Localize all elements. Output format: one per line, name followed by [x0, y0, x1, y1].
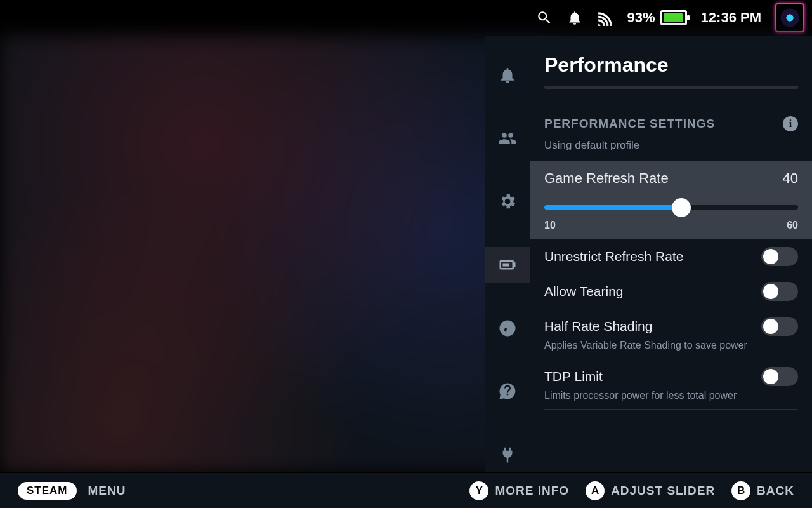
battery-landscape-icon — [498, 255, 517, 274]
button-glyph: A — [586, 481, 605, 500]
slider-min: 10 — [544, 220, 556, 231]
info-icon[interactable]: i — [783, 116, 798, 131]
footer-action[interactable]: AADJUST SLIDER — [586, 481, 715, 500]
nav-friends[interactable] — [485, 121, 530, 156]
divider — [544, 93, 798, 93]
slider-max: 60 — [787, 220, 798, 231]
plug-icon — [498, 445, 517, 464]
battery-status: 93% — [627, 10, 687, 26]
music-icon — [498, 319, 517, 338]
cast-icon — [597, 10, 613, 26]
footer-action-label: BACK — [757, 484, 794, 498]
nav-settings[interactable] — [485, 184, 530, 219]
toggle-switch[interactable] — [761, 317, 798, 336]
help-icon — [498, 382, 517, 401]
cast-status — [597, 10, 613, 26]
toggle-label: TDP Limit — [544, 369, 603, 384]
nav-power[interactable] — [485, 437, 530, 472]
battery-icon — [660, 10, 687, 25]
footer-action-label: ADJUST SLIDER — [611, 484, 715, 498]
refresh-rate-slider[interactable] — [544, 197, 798, 217]
toggle-label: Unrestrict Refresh Rate — [544, 249, 683, 264]
nav-notifications[interactable] — [485, 57, 530, 93]
clock: 12:36 PM — [701, 10, 761, 26]
toggle-row[interactable]: Half Rate Shading Applies Variable Rate … — [544, 309, 798, 359]
footer-action[interactable]: YMORE INFO — [469, 481, 569, 500]
bell-icon — [498, 65, 517, 84]
quick-access-panel: Performance PERFORMANCE SETTINGS i Using… — [485, 36, 812, 472]
footer-action[interactable]: BBACK — [731, 481, 794, 500]
toggle-row[interactable]: Unrestrict Refresh Rate — [544, 239, 798, 274]
footer-bar: STEAM MENU YMORE INFOAADJUST SLIDERBBACK — [0, 472, 812, 508]
search-button[interactable] — [536, 10, 553, 26]
toggle-label: Half Rate Shading — [544, 319, 652, 334]
search-icon — [536, 10, 553, 26]
profile-note: Using default profile — [544, 139, 798, 152]
quick-access-nav — [485, 36, 530, 472]
toggle-switch[interactable] — [761, 247, 798, 266]
toggle-row[interactable]: Allow Tearing — [544, 274, 798, 309]
nav-music[interactable] — [485, 311, 530, 346]
nav-help[interactable] — [485, 374, 530, 410]
toggle-switch[interactable] — [761, 367, 798, 386]
slider-value: 40 — [783, 170, 798, 187]
nav-performance[interactable] — [485, 247, 530, 283]
panel-title: Performance — [544, 53, 798, 77]
footer-action-label: MORE INFO — [495, 484, 569, 498]
friends-icon — [498, 129, 517, 148]
toggle-switch[interactable] — [761, 282, 798, 301]
avatar[interactable] — [775, 3, 804, 32]
status-bar: 93% 12:36 PM — [0, 0, 812, 36]
refresh-rate-setting[interactable]: Game Refresh Rate 40 10 60 — [530, 161, 812, 239]
gear-icon — [498, 192, 517, 211]
button-glyph: B — [731, 481, 750, 500]
section-heading: PERFORMANCE SETTINGS — [544, 117, 715, 131]
toggle-row[interactable]: TDP Limit Limits processor power for les… — [544, 359, 798, 410]
battery-percent: 93% — [627, 10, 655, 26]
menu-label: MENU — [88, 484, 126, 498]
steam-button[interactable]: STEAM — [18, 482, 77, 500]
panel-content: Performance PERFORMANCE SETTINGS i Using… — [530, 36, 812, 472]
toggle-label: Allow Tearing — [544, 284, 624, 299]
toggle-description: Limits processor power for less total po… — [544, 390, 798, 401]
divider — [544, 86, 798, 89]
slider-label: Game Refresh Rate — [544, 170, 669, 187]
section-header: PERFORMANCE SETTINGS i — [544, 116, 798, 131]
notifications-button[interactable] — [566, 10, 583, 26]
bell-icon — [566, 10, 583, 26]
toggle-description: Applies Variable Rate Shading to save po… — [544, 340, 798, 351]
button-glyph: Y — [469, 481, 488, 500]
